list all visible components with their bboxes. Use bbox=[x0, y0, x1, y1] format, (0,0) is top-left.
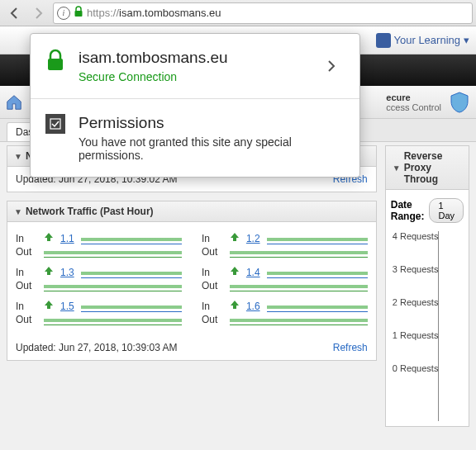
nic-link[interactable]: 1.2 bbox=[246, 233, 260, 244]
your-learning-link[interactable]: Your Learning ▾ bbox=[376, 33, 469, 48]
arrow-up-icon bbox=[230, 266, 240, 278]
sparkline-out bbox=[230, 280, 368, 291]
shield-icon bbox=[448, 91, 471, 114]
arrow-up-icon bbox=[44, 300, 54, 312]
sparkline-out bbox=[44, 246, 182, 258]
panel-network-title: Network Traffic (Past Hour) bbox=[26, 206, 154, 217]
arrow-up-icon bbox=[230, 232, 240, 244]
panel-proxy: ▼ Reverse Proxy Throug Date Range: 1 Day… bbox=[385, 145, 469, 427]
arrow-up-icon bbox=[44, 232, 54, 244]
home-icon[interactable] bbox=[5, 93, 23, 111]
panel-proxy-title: Reverse Proxy Throug bbox=[404, 150, 462, 185]
sparkline-out bbox=[44, 280, 182, 291]
mega-section-secure[interactable]: ecure ccess Control bbox=[386, 91, 471, 114]
popup-connection-status: Secure Connection bbox=[79, 70, 305, 83]
svg-rect-2 bbox=[50, 119, 60, 129]
y-tick-label: 1 Requests bbox=[393, 330, 439, 340]
arrow-up-icon bbox=[44, 266, 54, 278]
chevron-down-icon: ▾ bbox=[464, 34, 469, 46]
in-label: In bbox=[16, 301, 37, 312]
out-label: Out bbox=[16, 246, 37, 258]
nic-link[interactable]: 1.4 bbox=[246, 267, 260, 278]
date-range-select[interactable]: 1 Day bbox=[429, 198, 464, 223]
lock-icon[interactable] bbox=[74, 6, 83, 20]
address-bar[interactable]: i https://isam.tombosmans.eu bbox=[53, 2, 473, 24]
lock-icon bbox=[45, 49, 65, 74]
sparkline-out bbox=[230, 246, 368, 258]
out-label: Out bbox=[202, 314, 223, 325]
arrow-up-icon bbox=[230, 300, 240, 312]
chevron-right-icon bbox=[327, 59, 336, 73]
network-block: In1.5Out bbox=[16, 298, 182, 327]
svg-rect-0 bbox=[75, 11, 83, 17]
popup-more-button[interactable] bbox=[318, 59, 345, 73]
collapse-icon: ▼ bbox=[14, 207, 22, 216]
nic-link[interactable]: 1.3 bbox=[60, 267, 74, 278]
proxy-chart: 4 Requests3 Requests2 Requests1 Requests… bbox=[391, 231, 464, 421]
mega-secure-text: ecure ccess Control bbox=[386, 92, 441, 112]
network-block: In1.3Out bbox=[16, 264, 182, 293]
svg-rect-1 bbox=[48, 59, 63, 70]
sparkline-in bbox=[267, 233, 368, 244]
popup-permissions-title: Permissions bbox=[79, 114, 345, 132]
y-tick-label: 2 Requests bbox=[393, 297, 439, 307]
in-label: In bbox=[16, 267, 37, 278]
out-label: Out bbox=[16, 280, 37, 291]
permissions-icon bbox=[45, 114, 65, 134]
in-label: In bbox=[202, 233, 223, 244]
in-label: In bbox=[16, 233, 37, 244]
panel-network-header[interactable]: ▼ Network Traffic (Past Hour) bbox=[7, 201, 376, 222]
sparkline-in bbox=[267, 301, 368, 312]
network-block: In1.2Out bbox=[202, 230, 368, 259]
y-tick-label: 3 Requests bbox=[393, 264, 439, 274]
network-block: In1.6Out bbox=[202, 298, 368, 327]
site-identity-popup: isam.tombosmans.eu Secure Connection Per… bbox=[30, 33, 360, 178]
network-block: In1.1Out bbox=[16, 230, 182, 259]
panel-network: ▼ Network Traffic (Past Hour) In1.1OutIn… bbox=[7, 201, 377, 361]
network-refresh-link[interactable]: Refresh bbox=[333, 342, 368, 353]
date-range-label: Date Range: bbox=[391, 199, 425, 222]
popup-host: isam.tombosmans.eu bbox=[79, 49, 305, 67]
info-icon[interactable]: i bbox=[57, 7, 70, 20]
url-text: https://isam.tombosmans.eu bbox=[87, 7, 221, 19]
sparkline-in bbox=[81, 233, 182, 244]
popup-permissions-text: You have not granted this site any speci… bbox=[79, 135, 345, 162]
browser-toolbar: i https://isam.tombosmans.eu bbox=[0, 0, 476, 26]
out-label: Out bbox=[16, 314, 37, 325]
network-block: In1.4Out bbox=[202, 264, 368, 293]
nic-link[interactable]: 1.6 bbox=[246, 301, 260, 312]
out-label: Out bbox=[202, 280, 223, 291]
panel-proxy-header[interactable]: ▼ Reverse Proxy Throug bbox=[386, 146, 469, 190]
sparkline-in bbox=[81, 301, 182, 312]
back-button[interactable] bbox=[3, 2, 26, 25]
arrow-right-icon bbox=[31, 7, 45, 20]
learning-icon bbox=[376, 33, 391, 48]
sparkline-out bbox=[44, 314, 182, 325]
nic-link[interactable]: 1.5 bbox=[60, 301, 74, 312]
your-learning-label: Your Learning bbox=[394, 34, 460, 46]
sparkline-out bbox=[230, 314, 368, 325]
y-tick-label: 4 Requests bbox=[393, 231, 439, 241]
collapse-icon: ▼ bbox=[14, 152, 22, 161]
arrow-left-icon bbox=[8, 7, 21, 20]
out-label: Out bbox=[202, 246, 223, 258]
forward-button[interactable] bbox=[26, 2, 50, 25]
nic-link[interactable]: 1.1 bbox=[60, 233, 74, 244]
y-tick-label: 0 Requests bbox=[393, 363, 439, 373]
collapse-icon: ▼ bbox=[393, 163, 401, 173]
sparkline-in bbox=[81, 267, 182, 278]
network-updated: Updated: Jun 27, 2018, 10:39:03 AM bbox=[16, 342, 177, 353]
in-label: In bbox=[202, 301, 223, 312]
in-label: In bbox=[202, 267, 223, 278]
sparkline-in bbox=[267, 267, 368, 278]
